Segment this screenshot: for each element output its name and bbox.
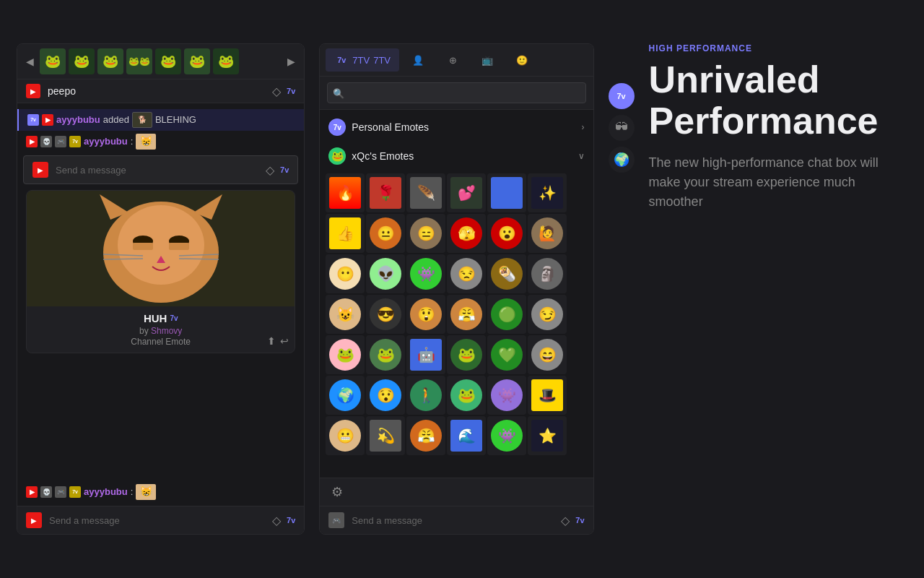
- emote-cell-fire[interactable]: 🔥: [326, 173, 365, 212]
- side-icon-glasses[interactable]: 🕶: [609, 115, 635, 141]
- emote-cell-x1[interactable]: 😬: [326, 416, 365, 455]
- tab-globe[interactable]: ⊕: [437, 48, 468, 72]
- emote-cell-x2[interactable]: 💫: [366, 416, 405, 455]
- picker-7tv-badge: 7v: [575, 516, 584, 525]
- emote-cell-face5[interactable]: 😲: [406, 295, 445, 334]
- tab-person[interactable]: 👤: [402, 48, 434, 72]
- emote-cell-kermit[interactable]: 🐸: [447, 335, 486, 374]
- bottom-send-bar[interactable]: ▶ Send a message ◇ 7v: [17, 506, 304, 534]
- emote-heart: 💕: [450, 177, 482, 209]
- send-actions: ◇ 7v: [266, 163, 289, 177]
- chat-messages: 7v ▶ ayyybubu added 🐕 BLEHING ▶ 💀 🎮 7v a…: [17, 103, 304, 478]
- emote-cell-face4-top[interactable]: 😮: [487, 214, 526, 253]
- emote-cell-happy[interactable]: 😄: [528, 335, 567, 374]
- picker-settings-btn[interactable]: ⚙: [326, 481, 349, 503]
- emote-earth: 🌍: [329, 379, 361, 411]
- emote-strip-next[interactable]: ▶: [284, 54, 298, 69]
- peepo-video-icon: ▶: [26, 84, 40, 98]
- emote-cell-purple-monster[interactable]: 👾: [487, 376, 526, 415]
- picker-diamond-btn[interactable]: ◇: [561, 514, 570, 527]
- emote-cell-blue[interactable]: [487, 173, 526, 212]
- emote-cell-pink[interactable]: 🌹: [366, 173, 405, 212]
- emote-cell-green[interactable]: 🟢: [487, 295, 526, 334]
- emote-cell-heart[interactable]: 💕: [447, 173, 486, 212]
- peepo-diamond-btn[interactable]: ◇: [272, 85, 281, 98]
- emote-x5: 👾: [491, 420, 523, 452]
- category-xqc-icon: 🐸: [328, 147, 346, 165]
- emote-cat: 😺: [329, 298, 361, 330]
- search-input[interactable]: [327, 82, 585, 103]
- send-message-bar-inner[interactable]: ▶ Send a message ◇ 7v: [23, 155, 298, 184]
- emote-cell-earth[interactable]: 🌍: [326, 376, 365, 415]
- emote-cell-alien2[interactable]: 👾: [406, 254, 445, 293]
- side-icon-globe-green[interactable]: 🌍: [609, 147, 635, 173]
- emote-cell-face1[interactable]: 😐: [366, 214, 405, 253]
- emote-cell-frog3[interactable]: 🐸: [447, 376, 486, 415]
- emote-smirk: 😏: [531, 298, 563, 330]
- emote-cell-frog-sit[interactable]: 🐸: [366, 335, 405, 374]
- emote-cell-bald[interactable]: 😶: [326, 254, 365, 293]
- emote-strip-item[interactable]: 🐸: [97, 48, 123, 74]
- emote-cell-man[interactable]: 🙋: [528, 214, 567, 253]
- emote-cell-face3[interactable]: 🫣: [447, 214, 486, 253]
- tooltip-reply-btn[interactable]: ↩: [280, 335, 289, 347]
- username2: ayyybubu: [84, 135, 128, 148]
- emote-cell-x6[interactable]: ⭐: [528, 416, 567, 455]
- emote-cell-hat[interactable]: 🎩: [528, 376, 567, 415]
- tab-7tv-label: 7TV: [352, 55, 370, 66]
- svg-point-1: [118, 205, 204, 285]
- emote-cell-troll[interactable]: 😒: [447, 254, 486, 293]
- category-personal-label: Personal Emotes: [352, 121, 429, 133]
- emote-strip: ◀ 🐸 🐸 🐸 🐸🐸 🐸 🐸 🐸 ▶: [17, 44, 304, 79]
- emote-cell-face6[interactable]: 😤: [447, 295, 486, 334]
- emote-cell-thumb[interactable]: 👍: [326, 214, 365, 253]
- emote-cell-alien[interactable]: 👽: [366, 254, 405, 293]
- emote-cell-stars[interactable]: ✨: [528, 173, 567, 212]
- emote-strip-item[interactable]: 🐸: [40, 48, 66, 74]
- bottom-diamond-btn[interactable]: ◇: [272, 514, 281, 527]
- tab-twitch[interactable]: 📺: [471, 48, 503, 72]
- bottom-send-actions: ◇ 7v: [272, 514, 295, 527]
- send-diamond-btn[interactable]: ◇: [266, 163, 274, 177]
- category-xqc-left: 🐸 xQc's Emotes: [328, 147, 414, 165]
- tooltip-actions: ⬆ ↩: [267, 335, 289, 347]
- bottom-chat-area: ▶ 💀 🎮 7v ayyybubu : 😸: [17, 478, 304, 506]
- picker-bottom-send-bar[interactable]: 🎮 Send a message ◇ 7v: [320, 506, 593, 534]
- emote-strip-item[interactable]: 🐸: [155, 48, 181, 74]
- emote-x4: 🌊: [450, 420, 482, 452]
- send-placeholder: Send a message: [56, 165, 258, 176]
- emote-cell-walk[interactable]: 🚶: [406, 376, 445, 415]
- category-xqc-label: xQc's Emotes: [352, 150, 414, 162]
- panels-row: ◀ 🐸 🐸 🐸 🐸🐸 🐸 🐸 🐸 ▶ ▶ peepo: [17, 43, 907, 535]
- emote-cell-mascot[interactable]: 🤖: [406, 335, 445, 374]
- emote-cell-x4[interactable]: 🌊: [447, 416, 486, 455]
- emote-cell-x3[interactable]: 😤: [406, 416, 445, 455]
- emote-cell-frog-pink[interactable]: 🐸: [326, 335, 365, 374]
- side-icon-7tv[interactable]: 7v: [609, 83, 635, 109]
- emote-cell-heart2[interactable]: 💚: [487, 335, 526, 374]
- emote-cell-shocked[interactable]: 😯: [366, 376, 405, 415]
- emote-cell-gray2[interactable]: 🗿: [528, 254, 567, 293]
- emote-strip-prev[interactable]: ◀: [23, 54, 37, 69]
- emote-cell-face2[interactable]: 😑: [406, 214, 445, 253]
- emote-face6: 😤: [450, 298, 482, 330]
- emote-cell-gray[interactable]: 🪶: [406, 173, 445, 212]
- emote-cell-smirk[interactable]: 😏: [528, 295, 567, 334]
- emote-cell-x5[interactable]: 👾: [487, 416, 526, 455]
- emote-strip-item[interactable]: 🐸🐸: [126, 48, 152, 74]
- emote-shocked: 😯: [370, 379, 401, 411]
- emote-strip-item[interactable]: 🐸: [184, 48, 210, 74]
- emote-face4-top: 😮: [491, 217, 523, 249]
- send-video-icon: ▶: [32, 162, 48, 178]
- emote-cell-sunglasses[interactable]: 😎: [366, 295, 405, 334]
- tooltip-upload-btn[interactable]: ⬆: [267, 335, 276, 347]
- peepo-label: peepo: [48, 85, 265, 97]
- tab-7tv[interactable]: 7v 7TV 7TV: [326, 48, 399, 72]
- category-xqc[interactable]: 🐸 xQc's Emotes ∨: [320, 142, 593, 171]
- emote-cell-cat[interactable]: 😺: [326, 295, 365, 334]
- emote-strip-item[interactable]: 🐸: [213, 48, 239, 74]
- category-personal[interactable]: 7v Personal Emotes ›: [320, 113, 593, 142]
- emote-strip-item[interactable]: 🐸: [69, 48, 95, 74]
- emote-cell-burrito[interactable]: 🌯: [487, 254, 526, 293]
- tab-emoji[interactable]: 🙂: [506, 48, 538, 72]
